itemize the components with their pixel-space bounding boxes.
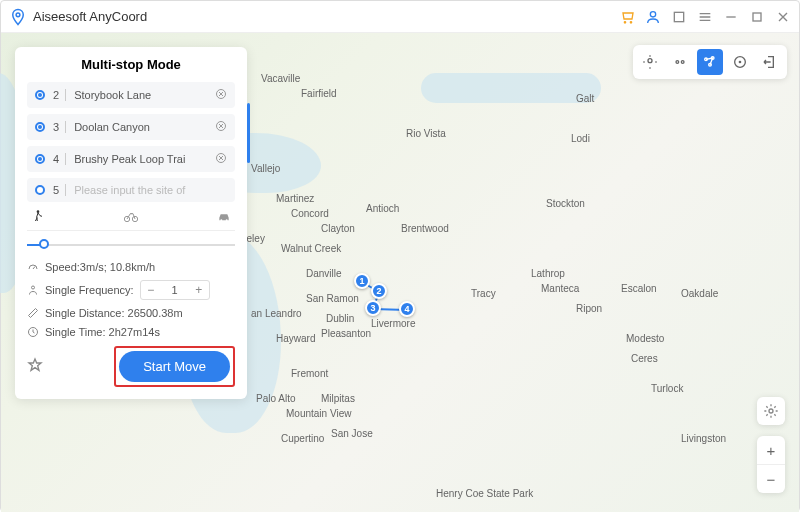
panel-title: Multi-stop Mode (27, 57, 235, 72)
mode-two-pin-icon[interactable] (667, 49, 693, 75)
window-icon[interactable] (671, 9, 687, 25)
stop-number: 5 (53, 184, 59, 196)
svg-point-0 (16, 12, 20, 16)
stop-radio-icon (35, 185, 45, 195)
titlebar: Aiseesoft AnyCoord (1, 1, 799, 33)
stop-row[interactable]: 2 Storybook Lane (27, 82, 235, 108)
stop-row[interactable]: 3 Doolan Canyon (27, 114, 235, 140)
person-icon (27, 284, 39, 296)
stop-name: Brushy Peak Loop Trai (74, 153, 215, 165)
zoom-in-button[interactable]: + (757, 436, 785, 464)
map-city-label: Danville (306, 268, 342, 279)
map-city-label: Hayward (276, 333, 315, 344)
map-city-label: Livingston (681, 433, 726, 444)
maximize-button[interactable] (749, 9, 765, 25)
multistop-panel: Multi-stop Mode 2 Storybook Lane 3 Doola… (15, 47, 247, 399)
map-city-label: Rio Vista (406, 128, 446, 139)
account-icon[interactable] (645, 9, 661, 25)
svg-point-23 (32, 286, 35, 289)
stop-number: 4 (53, 153, 59, 165)
stop-radio-icon (35, 122, 45, 132)
app-logo-icon (9, 8, 27, 26)
menu-icon[interactable] (697, 9, 713, 25)
stop-radio-icon (35, 154, 45, 164)
mode-walk-icon[interactable] (27, 208, 49, 226)
route-marker[interactable]: 4 (399, 301, 415, 317)
time-row: Single Time: 2h27m14s (27, 326, 235, 338)
map-city-label: San Jose (331, 428, 373, 439)
map-city-label: Stockton (546, 198, 585, 209)
speed-row: Speed:3m/s; 10.8km/h (27, 261, 235, 273)
map-city-label: Ceres (631, 353, 658, 364)
route-marker[interactable]: 2 (371, 283, 387, 299)
freq-value: 1 (161, 284, 189, 296)
stop-number: 3 (53, 121, 59, 133)
stop-row[interactable]: 4 Brushy Peak Loop Trai (27, 146, 235, 172)
map-city-label: San Ramon (306, 293, 359, 304)
map-city-label: Henry Coe State Park (436, 488, 533, 499)
map-city-label: Walnut Creek (281, 243, 341, 254)
clock-icon (27, 326, 39, 338)
remove-stop-icon[interactable] (215, 120, 227, 134)
stop-name: Doolan Canyon (74, 121, 215, 133)
minimize-button[interactable] (723, 9, 739, 25)
zoom-out-button[interactable]: − (757, 465, 785, 493)
map-city-label: Pleasanton (321, 328, 371, 339)
map-city-label: Mountain View (286, 408, 351, 419)
map-mode-toolbar (633, 45, 787, 79)
map-city-label: Manteca (541, 283, 579, 294)
start-highlight: Start Move (114, 346, 235, 387)
svg-point-13 (739, 61, 740, 62)
map-city-label: Oakdale (681, 288, 718, 299)
mode-multi-stop-icon[interactable] (697, 49, 723, 75)
map-city-label: Tracy (471, 288, 496, 299)
svg-point-1 (624, 21, 625, 22)
zoom-control: + − (757, 436, 785, 493)
stop-name: Storybook Lane (74, 89, 215, 101)
map-city-label: Vacaville (261, 73, 300, 84)
svg-rect-4 (674, 12, 683, 21)
travel-mode-tabs (27, 208, 235, 231)
map-city-label: Lodi (571, 133, 590, 144)
map-city-label: Martinez (276, 193, 314, 204)
map-city-label: Palo Alto (256, 393, 295, 404)
route-marker[interactable]: 1 (354, 273, 370, 289)
svg-point-8 (681, 61, 684, 64)
svg-point-21 (220, 219, 222, 221)
route-marker[interactable]: 3 (365, 300, 381, 316)
svg-point-2 (630, 21, 631, 22)
mode-exit-icon[interactable] (757, 49, 783, 75)
svg-rect-5 (753, 13, 761, 21)
start-move-button[interactable]: Start Move (119, 351, 230, 382)
map-layers-button[interactable] (757, 397, 785, 425)
gauge-icon (27, 261, 39, 273)
map-city-label: Milpitas (321, 393, 355, 404)
map-city-label: Galt (576, 93, 594, 104)
stop-radio-icon (35, 90, 45, 100)
distance-row: Single Distance: 26500.38m (27, 307, 235, 319)
ruler-icon (27, 307, 39, 319)
svg-point-22 (226, 219, 228, 221)
map-city-label: Livermore (371, 318, 415, 329)
map-city-label: Antioch (366, 203, 399, 214)
panel-scroll-indicator[interactable] (247, 103, 250, 163)
mode-car-icon[interactable] (213, 208, 235, 226)
mode-bike-icon[interactable] (120, 208, 142, 226)
speed-slider[interactable] (27, 237, 235, 253)
freq-minus-button[interactable]: − (141, 280, 161, 300)
stop-row[interactable]: 5 Please input the site of (27, 178, 235, 202)
close-button[interactable] (775, 9, 791, 25)
stop-placeholder[interactable]: Please input the site of (74, 184, 227, 196)
cart-icon[interactable] (619, 9, 635, 25)
mode-single-pin-icon[interactable] (637, 49, 663, 75)
map-city-label: Vallejo (251, 163, 280, 174)
favorite-button[interactable] (27, 357, 43, 377)
map-city-label: an Leandro (251, 308, 302, 319)
map-city-label: Fairfield (301, 88, 337, 99)
mode-joystick-icon[interactable] (727, 49, 753, 75)
remove-stop-icon[interactable] (215, 152, 227, 166)
app-title: Aiseesoft AnyCoord (33, 9, 147, 24)
remove-stop-icon[interactable] (215, 88, 227, 102)
freq-plus-button[interactable]: + (189, 280, 209, 300)
map-city-label: Dublin (326, 313, 354, 324)
